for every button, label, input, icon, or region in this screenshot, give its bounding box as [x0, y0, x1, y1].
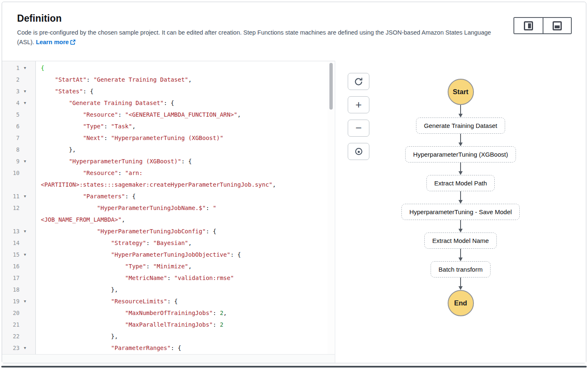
state-node[interactable]: HyperparameterTuning (XGBoost) — [405, 146, 516, 162]
code-token — [41, 251, 111, 258]
code-text[interactable]: "HyperparameterTuning (XGBoost)": { — [35, 155, 327, 167]
code-line[interactable]: 11▼ "Parameters": { — [2, 190, 327, 202]
code-line[interactable]: 16 "Type": "Minimize", — [2, 260, 327, 272]
fold-toggle-icon[interactable]: ▼ — [20, 190, 30, 202]
zoom-out-button[interactable]: − — [348, 120, 369, 137]
code-text[interactable]: "ResourceLimits": { — [35, 295, 327, 307]
fold-toggle-icon[interactable]: ▼ — [20, 97, 30, 109]
flow-arrow — [460, 134, 461, 143]
code-token: }, — [41, 286, 118, 293]
code-token: "validation:rmse" — [174, 275, 234, 281]
code-line[interactable]: 17 "MetricName": "validation:rmse" — [2, 272, 327, 284]
code-text[interactable]: }, — [35, 284, 327, 295]
line-number: 10 — [2, 167, 20, 179]
code-text[interactable]: "MaxNumberOfTrainingJobs": 2, — [35, 307, 327, 319]
line-number-gutter: 18 — [2, 284, 35, 295]
code-token: : — [104, 135, 111, 141]
code-token: : { — [230, 251, 241, 258]
code-text[interactable]: "Type": "Minimize", — [35, 260, 327, 272]
code-text[interactable]: "States": { — [35, 85, 327, 97]
state-node[interactable]: Generate Training Dataset — [416, 118, 505, 134]
code-line[interactable]: 5 "Resource": "<GENERATE_LAMBDA_FUNCTION… — [2, 109, 327, 120]
code-text[interactable]: "Strategy": "Bayesian", — [35, 237, 327, 249]
code-text[interactable]: "HyperParameterTuningJobConfig": { — [35, 225, 327, 237]
code-line[interactable]: 8 }, — [2, 144, 327, 155]
code-text[interactable]: "Generate Training Dataset": { — [35, 97, 327, 109]
code-token: : — [118, 170, 125, 176]
code-text[interactable]: { — [35, 62, 327, 74]
state-node[interactable]: Extract Model Name — [424, 232, 497, 249]
state-node[interactable]: Extract Model Path — [426, 175, 495, 191]
code-line[interactable]: 14 "Strategy": "Bayesian", — [2, 237, 327, 249]
code-token — [41, 100, 69, 106]
line-number-gutter: 10 — [2, 167, 35, 179]
fold-toggle-icon[interactable]: ▼ — [20, 225, 30, 237]
code-line[interactable]: 3▼ "States": { — [2, 85, 327, 97]
code-text[interactable]: "ParameterRanges": { — [35, 342, 327, 354]
code-token: "Type" — [83, 123, 104, 130]
code-line[interactable]: 21 "MaxParallelTrainingJobs": 2 — [2, 319, 327, 330]
learn-more-label: Learn more — [36, 39, 69, 45]
code-line[interactable]: 1▼{ — [2, 62, 327, 74]
code-line[interactable]: 6 "Type": "Task", — [2, 120, 327, 132]
fold-toggle-icon[interactable]: ▼ — [20, 342, 30, 354]
code-text[interactable]: "Type": "Task", — [35, 120, 327, 132]
editor-scrollbar-thumb[interactable] — [329, 63, 333, 110]
center-graph-button[interactable] — [348, 143, 369, 160]
line-number-gutter: 14 — [2, 237, 35, 249]
code-line[interactable]: 9▼ "HyperparameterTuning (XGBoost)": { — [2, 155, 327, 167]
split-vertical-layout-button[interactable] — [514, 18, 543, 33]
fold-toggle-icon[interactable]: ▼ — [20, 249, 30, 260]
page-title: Definition — [17, 13, 586, 24]
code-text[interactable]: }, — [35, 144, 327, 155]
layout-toggle-group — [513, 17, 572, 34]
refresh-graph-button[interactable] — [348, 73, 369, 90]
editor-vertical-scrollbar[interactable] — [327, 62, 335, 354]
code-line[interactable]: 15▼ "HyperParameterTuningJobObjective": … — [2, 249, 327, 260]
code-token: , — [132, 123, 135, 130]
page-horizontal-scrollbar[interactable] — [1, 366, 587, 368]
code-token: "MaxParallelTrainingJobs" — [125, 321, 213, 328]
code-token — [41, 76, 55, 83]
code-token — [41, 205, 97, 211]
split-horizontal-layout-button[interactable] — [543, 18, 571, 33]
code-line[interactable]: 7 "Next": "HyperparameterTuning (XGBoost… — [2, 132, 327, 144]
learn-more-link[interactable]: Learn more — [36, 39, 76, 45]
code-text[interactable]: "HyperParameterTuningJobObjective": { — [35, 249, 327, 260]
code-line[interactable]: 4▼ "Generate Training Dataset": { — [2, 97, 327, 109]
code-text[interactable]: }, — [35, 330, 327, 342]
code-text[interactable]: "MetricName": "validation:rmse" — [35, 272, 327, 284]
code-line[interactable]: 12 "HyperParameterTuningJobName.$": " <J… — [2, 202, 327, 225]
code-line[interactable]: 20 "MaxNumberOfTrainingJobs": 2, — [2, 307, 327, 319]
code-text[interactable]: "HyperParameterTuningJobName.$": " <JOB_… — [35, 202, 327, 225]
code-editor-content[interactable]: 1▼{2 "StartAt": "Generate Training Datas… — [2, 61, 327, 354]
code-token — [41, 275, 125, 281]
code-line[interactable]: 22 }, — [2, 330, 327, 342]
code-text[interactable]: "StartAt": "Generate Training Dataset", — [35, 74, 327, 85]
code-line[interactable]: 19▼ "ResourceLimits": { — [2, 295, 327, 307]
code-text[interactable]: "Resource": "arn: <PARTITION>:states:::s… — [35, 167, 327, 190]
code-text[interactable]: "Resource": "<GENERATE_LAMBDA_FUNCTION_A… — [35, 109, 327, 120]
flow-arrow — [460, 191, 461, 200]
line-number-gutter: 3▼ — [2, 85, 35, 97]
graph-controls: +− — [348, 73, 369, 160]
code-editor[interactable]: 1▼{2 "StartAt": "Generate Training Datas… — [2, 61, 335, 363]
code-line[interactable]: 13▼ "HyperParameterTuningJobConfig": { — [2, 225, 327, 237]
code-line[interactable]: 23▼ "ParameterRanges": { — [2, 342, 327, 354]
code-line[interactable]: 10 "Resource": "arn: <PARTITION>:states:… — [2, 167, 327, 190]
code-line[interactable]: 2 "StartAt": "Generate Training Dataset"… — [2, 74, 327, 85]
fold-toggle-icon[interactable]: ▼ — [20, 295, 30, 307]
code-token: : { — [171, 345, 181, 351]
fold-toggle-icon[interactable]: ▼ — [20, 155, 30, 167]
line-number: 22 — [2, 330, 20, 342]
code-line[interactable]: 18 }, — [2, 284, 327, 295]
refresh-icon — [354, 77, 364, 87]
fold-toggle-icon[interactable]: ▼ — [20, 85, 30, 97]
state-node[interactable]: HyperparameterTuning - Save Model — [401, 204, 520, 220]
zoom-in-button[interactable]: + — [348, 96, 369, 113]
state-node[interactable]: Batch transform — [431, 261, 491, 278]
fold-toggle-icon[interactable]: ▼ — [20, 62, 30, 74]
code-text[interactable]: "Parameters": { — [35, 190, 327, 202]
code-text[interactable]: "MaxParallelTrainingJobs": 2 — [35, 319, 327, 330]
code-text[interactable]: "Next": "HyperparameterTuning (XGBoost)" — [35, 132, 327, 144]
